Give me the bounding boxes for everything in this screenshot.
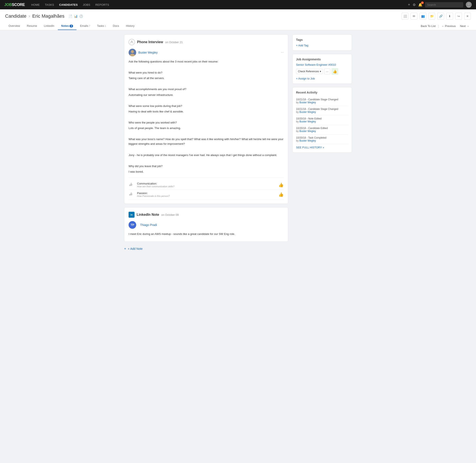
close-icon[interactable]: ✕ bbox=[464, 13, 471, 19]
job-assignment-link[interactable]: Senior Software Engineer #0010 bbox=[296, 63, 348, 66]
add-note-icon: + bbox=[124, 247, 126, 251]
sidebar: Tags + Add Tag Job Assignments Senior So… bbox=[292, 35, 352, 251]
settings-icon[interactable]: ⚙ bbox=[413, 3, 416, 7]
note-options-menu[interactable]: ··· bbox=[281, 51, 284, 54]
folder-icon[interactable]: 📁 bbox=[428, 13, 435, 19]
recent-activity-title: Recent Activity bbox=[296, 91, 348, 94]
breadcrumb-icons: 📄 📊 🕐 bbox=[69, 14, 83, 18]
nav-jobs[interactable]: JOBS bbox=[83, 3, 90, 6]
linkedin-title-group: LinkedIn Note on October 09 bbox=[137, 213, 179, 217]
author-name-buster[interactable]: Buster Wegley bbox=[138, 51, 158, 54]
clock-icon[interactable]: 🕐 bbox=[79, 14, 83, 18]
search-input[interactable] bbox=[425, 2, 463, 8]
tabs-navigation: Back To List | ← Previous Next → bbox=[419, 24, 471, 28]
people-icon[interactable]: 👥 bbox=[419, 13, 426, 19]
scorecard-section: Communication: How are their communicati… bbox=[129, 178, 284, 199]
note-line: What were some low points during that jo… bbox=[129, 104, 284, 108]
header-actions: ⬜ ✉ 👥 📁 🔗 ⬇ ↪ ✕ bbox=[402, 13, 471, 19]
activity-by: by Buster Wegley bbox=[296, 101, 348, 104]
note-author-row: Buster Wegley ··· bbox=[129, 49, 284, 56]
tab-notes[interactable]: Notes4 bbox=[58, 22, 77, 30]
link-icon[interactable]: 🔗 bbox=[437, 13, 444, 19]
nav-home[interactable]: HOME bbox=[31, 3, 40, 6]
back-to-list-link[interactable]: Back To List bbox=[419, 24, 437, 28]
note-line bbox=[129, 81, 284, 86]
note-line bbox=[129, 115, 284, 119]
notifications-icon[interactable]: 🔔7 bbox=[418, 3, 423, 7]
passion-rating[interactable]: 👍 bbox=[278, 192, 284, 197]
brand-logo[interactable]: JOBSCORE bbox=[4, 2, 25, 7]
notes-badge: 4 bbox=[70, 25, 73, 27]
note-line: Why did you leave that job? bbox=[129, 164, 284, 169]
communication-label: Communication: bbox=[137, 182, 278, 185]
tab-tasks[interactable]: Tasks1 bbox=[94, 22, 109, 30]
note-line: Lots of great people. The team is amazin… bbox=[129, 126, 284, 131]
recent-activity-card: Recent Activity 10/21/18 - Candidate Sta… bbox=[292, 87, 352, 153]
breadcrumb-parent[interactable]: Candidate bbox=[5, 13, 26, 19]
previous-link[interactable]: ← Previous bbox=[440, 24, 457, 28]
tags-title: Tags bbox=[296, 38, 348, 41]
download-icon[interactable]: ⬇ bbox=[446, 13, 453, 19]
nav-reports[interactable]: REPORTS bbox=[95, 3, 109, 6]
see-full-history-link[interactable]: SEE FULL HISTORY » bbox=[296, 146, 348, 149]
phone-note-body: Ask the following questions about the 3 … bbox=[129, 59, 284, 174]
chart-icon[interactable]: 📊 bbox=[74, 14, 78, 18]
tab-resume[interactable]: Resume bbox=[23, 22, 40, 30]
linkedin-author-row: TP Thiago Pradi bbox=[129, 221, 284, 229]
note-line: Taking care of all the servers. bbox=[129, 76, 284, 80]
passion-labels: Passion: How Passionate is this person? bbox=[137, 192, 278, 197]
author-avatar-buster bbox=[129, 49, 136, 56]
linkedin-note-title: LinkedIn Note bbox=[137, 213, 159, 216]
activity-author-link[interactable]: Buster Wegley bbox=[300, 139, 316, 142]
communication-sublabel: How are their communication skills? bbox=[137, 185, 278, 188]
linkedin-note: in LinkedIn Note on October 09 TP Thiago… bbox=[124, 207, 288, 242]
author-avatar-thiago: TP bbox=[129, 221, 136, 229]
stage-options-button[interactable]: ··· bbox=[324, 68, 330, 74]
tab-history[interactable]: History bbox=[123, 22, 138, 30]
tab-overview[interactable]: Overview bbox=[5, 22, 23, 30]
add-note-label[interactable]: + Add Note bbox=[128, 247, 143, 250]
phone-note-title: Phone Interview bbox=[137, 40, 163, 44]
activity-item: 10/20/18 - Task Completed by Buster Wegl… bbox=[296, 134, 348, 144]
author-name-thiago[interactable]: Thiago Pradi bbox=[140, 223, 157, 227]
note-line: Jony - he is probably one of the nicest … bbox=[129, 153, 284, 158]
activity-author-link[interactable]: Buster Wegley bbox=[300, 120, 316, 123]
activity-date: 10/20/18 - Candidate Edited bbox=[296, 127, 348, 130]
tab-emails[interactable]: Emails7 bbox=[77, 22, 94, 30]
export-icon[interactable]: ⬜ bbox=[402, 13, 408, 19]
scorecard-passion: Passion: How Passionate is this person? … bbox=[129, 190, 284, 199]
assign-to-job-button[interactable]: + Assign to Job bbox=[296, 77, 348, 80]
note-line: What was your boss's name? How do you sp… bbox=[129, 137, 284, 146]
activity-author-link[interactable]: Buster Wegley bbox=[300, 130, 316, 133]
activity-author-link[interactable]: Buster Wegley bbox=[300, 101, 316, 104]
email-icon[interactable]: ✉ bbox=[411, 13, 417, 19]
linkedin-note-header: in LinkedIn Note on October 09 bbox=[129, 212, 284, 218]
job-assignments-title: Job Assignments bbox=[296, 58, 348, 61]
activity-author-link[interactable]: Buster Wegley bbox=[300, 111, 316, 114]
navbar-right: + ⚙ 🔔7 bbox=[408, 2, 472, 8]
note-line: What accomplishments are you most proud … bbox=[129, 87, 284, 92]
stage-thumbs-up-button[interactable]: 👍 bbox=[332, 68, 338, 75]
tab-docs[interactable]: Docs bbox=[109, 22, 123, 30]
tabs: Overview Resume LinkedIn Notes4 Emails7 … bbox=[5, 22, 471, 30]
nav-tasks[interactable]: TASKS bbox=[45, 3, 54, 6]
forward-icon[interactable]: ↪ bbox=[455, 13, 462, 19]
svg-point-2 bbox=[131, 41, 132, 42]
phone-note-date: on October 21 bbox=[165, 41, 183, 44]
nav-candidates[interactable]: CANDIDATES bbox=[59, 3, 78, 6]
emails-count: 7 bbox=[89, 25, 90, 27]
breadcrumb-child: Eric Magalhães bbox=[32, 13, 65, 19]
phone-icon bbox=[129, 39, 135, 45]
add-tag-button[interactable]: + Add Tag bbox=[296, 44, 308, 47]
communication-rating[interactable]: 👍 bbox=[278, 182, 284, 187]
tab-linkedin[interactable]: LinkedIn bbox=[41, 22, 58, 30]
nav-links: HOME TASKS CANDIDATES JOBS REPORTS bbox=[31, 3, 109, 6]
note-line bbox=[129, 98, 284, 103]
add-icon[interactable]: + bbox=[408, 2, 410, 7]
breadcrumb: Candidate › Eric Magalhães bbox=[5, 13, 64, 19]
stage-dropdown[interactable]: Check References ▾ bbox=[296, 69, 323, 74]
user-avatar[interactable] bbox=[466, 2, 472, 8]
resume-icon[interactable]: 📄 bbox=[69, 14, 72, 18]
next-link[interactable]: Next → bbox=[458, 24, 471, 28]
add-note-button[interactable]: + + Add Note bbox=[124, 247, 288, 251]
